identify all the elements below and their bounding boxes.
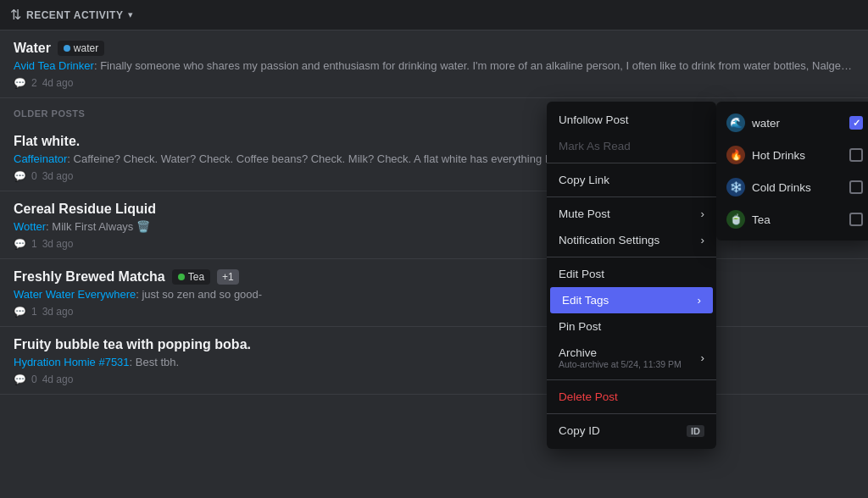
chevron-down-icon[interactable]: ▾ [128,9,133,20]
menu-item-copy-id-label: Copy ID [559,424,600,437]
post-matcha-excerpt: Water Water Everywhere: just so zen and … [14,288,854,301]
comment-icon: 💬 [14,238,26,250]
post-bubble-tea-text: Best tbh. [136,356,179,368]
menu-divider-1 [547,163,716,163]
menu-item-pin-label: Pin Post [559,320,601,333]
submenu-tag-water[interactable]: 🌊 water [716,107,868,139]
comment-icon: 💬 [14,374,26,385]
menu-item-delete[interactable]: Delete Post [547,384,716,410]
menu-item-edit-tags-arrow: › [698,294,702,307]
activity-icon: ⇅ [10,7,21,23]
post-matcha-extra-tags: +1 [217,269,239,285]
submenu-tag-label-hot-drinks: Hot Drinks [752,149,843,162]
featured-post-text: Finally someone who shares my passion an… [100,59,854,72]
menu-item-mute-label: Mute Post [559,208,610,220]
submenu-edit-tags: 🌊 water 🔥 Hot Drinks ❄️ Cold Drinks 🍵 Te… [716,102,868,241]
comment-icon: 💬 [14,170,26,182]
post-matcha-author: Water Water Everywhere [14,288,136,301]
post-matcha-time: 3d ago [42,306,74,318]
post-flat-white-time: 3d ago [42,170,74,182]
submenu-tag-tea[interactable]: 🍵 Tea [716,203,868,235]
menu-item-notification-arrow: › [701,234,705,246]
context-menu: Unfollow Post Mark As Read Copy Link Mut… [547,102,716,449]
menu-divider-4 [547,379,716,380]
menu-item-mute-arrow: › [701,208,705,220]
content-area: Water water Avid Tea Drinker: Finally so… [0,30,868,498]
post-matcha-meta: 💬 1 3d ago [14,306,854,318]
post-bubble-tea-excerpt: Hydration Homie #7531: Best tbh. [14,356,854,368]
post-cereal-text: Milk First Always 🗑️ [52,220,150,233]
post-matcha-title: Freshly Brewed Matcha [14,269,165,285]
post-cereal-title: Cereal Residue Liquid [14,202,156,217]
submenu-tag-cold-drinks[interactable]: ❄️ Cold Drinks [716,171,868,203]
post-bubble-tea-meta: 💬 0 4d ago [14,374,854,385]
featured-post[interactable]: Water water Avid Tea Drinker: Finally so… [0,30,868,98]
submenu-tag-icon-cold-drinks: ❄️ [726,178,745,196]
menu-item-mute-post[interactable]: Mute Post › [547,201,716,227]
header: ⇅ RECENT ACTIVITY ▾ [0,0,868,30]
submenu-checkbox-hot-drinks[interactable] [849,148,863,162]
featured-post-title: Water [14,41,51,56]
post-matcha-header: Freshly Brewed Matcha Tea +1 [14,269,854,285]
comment-icon: 💬 [14,306,26,318]
menu-divider-5 [547,413,716,414]
menu-item-mark-read: Mark As Read [547,133,716,159]
tag-dot-water [64,45,70,52]
menu-item-archive-label: Archive [559,346,682,359]
menu-item-copy-id-badge: ID [687,425,704,437]
menu-item-archive[interactable]: Archive Auto-archive at 5/24, 11:39 PM › [547,340,716,376]
menu-item-edit-post-label: Edit Post [559,268,604,280]
menu-item-copy-id[interactable]: Copy ID ID [547,418,716,444]
tag-label-water: water [74,42,98,54]
submenu-checkbox-water[interactable] [849,116,863,130]
post-cereal-comments: 1 [31,238,37,250]
featured-post-author: Avid Tea Drinker [14,59,94,72]
menu-item-unfollow[interactable]: Unfollow Post [547,107,716,133]
post-bubble-tea-author: Hydration Homie #7531 [14,356,130,368]
tag-dot-tea [178,274,185,280]
submenu-tag-hot-drinks[interactable]: 🔥 Hot Drinks [716,139,868,171]
featured-post-excerpt: Avid Tea Drinker: Finally someone who sh… [14,59,854,72]
featured-post-time: 4d ago [42,77,74,89]
post-flat-white-author: Caffeinator [14,152,67,165]
menu-item-edit-tags[interactable]: Edit Tags › [550,287,713,313]
post-matcha-text: just so zen and so good- [142,288,262,301]
menu-divider-3 [547,257,716,257]
comment-icon: 💬 [14,77,26,89]
submenu-tag-icon-tea: 🍵 [726,210,745,229]
menu-item-notification-settings[interactable]: Notification Settings › [547,227,716,253]
post-bubble-tea[interactable]: Fruity bubble tea with popping boba. Hyd… [0,327,868,395]
post-cereal-author: Wotter [14,220,46,233]
tag-label-tea: Tea [188,271,204,283]
submenu-tag-label-cold-drinks: Cold Drinks [752,181,843,194]
post-bubble-tea-comments: 0 [31,374,37,385]
submenu-tag-label-tea: Tea [752,213,843,226]
post-flat-white-text: Caffeine? Check. Water? Check. Coffee be… [74,152,587,165]
menu-item-copy-link[interactable]: Copy Link [547,167,716,193]
post-flat-white-comments: 0 [31,170,37,182]
post-matcha-tag: Tea [172,269,210,285]
submenu-tag-icon-water: 🌊 [726,113,745,132]
menu-item-notification-label: Notification Settings [559,234,659,246]
menu-item-delete-label: Delete Post [559,390,618,403]
menu-item-archive-meta: Auto-archive at 5/24, 11:39 PM [559,359,682,369]
menu-divider-2 [547,196,716,197]
menu-item-archive-arrow: › [701,351,705,364]
menu-item-archive-col: Archive Auto-archive at 5/24, 11:39 PM [559,346,682,369]
post-matcha[interactable]: Freshly Brewed Matcha Tea +1 Water Water… [0,259,868,327]
menu-item-mark-read-label: Mark As Read [559,140,631,152]
post-cereal-time: 3d ago [42,238,74,250]
menu-item-edit-tags-label: Edit Tags [562,294,609,307]
menu-item-edit-post[interactable]: Edit Post [547,261,716,287]
post-bubble-tea-title: Fruity bubble tea with popping boba. [14,337,251,352]
post-matcha-comments: 1 [31,306,37,318]
submenu-checkbox-tea[interactable] [849,213,863,226]
menu-item-copy-link-label: Copy Link [559,174,609,186]
menu-item-pin-post[interactable]: Pin Post [547,313,716,340]
featured-post-comments: 2 [31,77,37,89]
header-title: RECENT ACTIVITY [26,9,123,21]
submenu-tag-icon-hot-drinks: 🔥 [726,146,745,164]
submenu-tag-label-water: water [752,117,843,130]
submenu-checkbox-cold-drinks[interactable] [849,180,863,194]
post-flat-white-title: Flat white. [14,134,80,149]
